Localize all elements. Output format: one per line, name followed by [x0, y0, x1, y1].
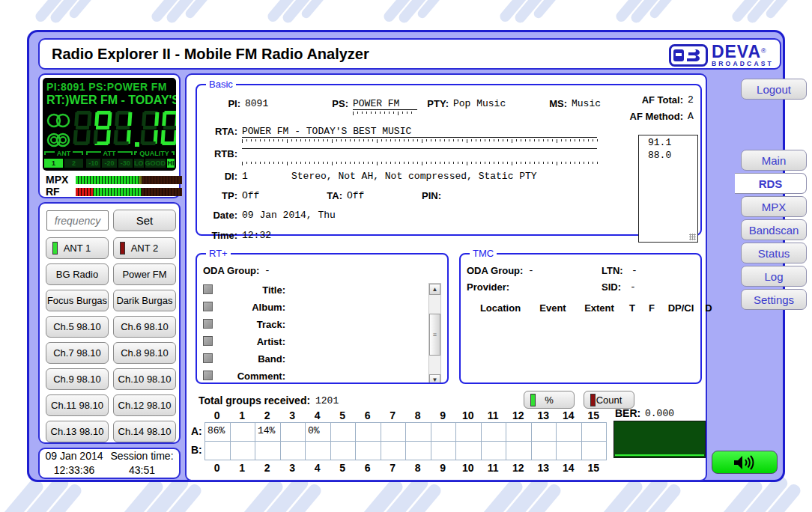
- watermark-logo: [738, 0, 790, 33]
- group-table-cell: [482, 442, 507, 460]
- group-table-cell: [205, 442, 231, 460]
- group-table-cell: [281, 423, 306, 442]
- scroll-up-icon[interactable]: ▲: [429, 284, 440, 295]
- tmc-oda-value: -: [528, 265, 534, 276]
- pi-value: 8091: [245, 98, 268, 109]
- lcd-panel: PI:8091 PS:POWER FM RT:)WER FM - TODAY'S…: [38, 73, 181, 198]
- tmc-sid-label: SID:: [602, 281, 621, 293]
- time-label: Time:: [200, 230, 237, 241]
- di-label: DI:: [203, 171, 237, 182]
- scroll-down-icon[interactable]: ▼: [429, 374, 440, 384]
- group-table-cell: [281, 442, 306, 460]
- group-table-cell: [406, 423, 431, 442]
- resize-grip-icon[interactable]: [689, 234, 696, 240]
- tab-rds[interactable]: RDS: [735, 173, 807, 194]
- deva-broadcast-logo: DEVA® BROADCAST: [669, 43, 774, 67]
- tmc-table-header: LocationEventExtentTFDP/CID: [471, 302, 717, 314]
- logout-button[interactable]: Logout: [741, 79, 807, 100]
- preset-button[interactable]: Ch.9 98.10: [46, 368, 109, 390]
- tmc-ltn-value: -: [631, 265, 637, 276]
- preset-button[interactable]: Darik Burgas: [113, 290, 176, 311]
- mpx-meter-dark-segment: [142, 176, 182, 184]
- tab-settings[interactable]: Settings: [741, 289, 807, 310]
- count-toggle-button[interactable]: Count: [584, 391, 634, 409]
- ant-cell: 2: [64, 159, 83, 168]
- tab-bandscan[interactable]: Bandscan: [741, 219, 807, 240]
- row-a-label: A:: [191, 425, 202, 437]
- rtb-label: RTB:: [203, 148, 237, 159]
- scrollbar-thumb[interactable]: ≡: [429, 314, 440, 356]
- basic-fieldset: Basic PI: 8091 PS: POWER FM PTY: Pop Mus…: [196, 79, 702, 236]
- watermark-logo: [157, 0, 210, 33]
- tab-log[interactable]: Log: [741, 266, 807, 287]
- tmc-column-header: D: [700, 302, 717, 314]
- count-led-icon: [590, 394, 596, 406]
- total-groups-value: 1201: [315, 395, 339, 406]
- quality-cell: GOOD: [145, 159, 166, 168]
- preset-button[interactable]: Ch.12 98.10: [113, 394, 176, 416]
- audio-mute-button[interactable]: [712, 451, 778, 474]
- session-time-readout: Session time:43:51: [111, 449, 174, 478]
- af-entry[interactable]: 88.0: [639, 148, 697, 161]
- tmc-oda-label: ODA Group:: [467, 265, 523, 276]
- percent-toggle-button[interactable]: %: [524, 391, 575, 409]
- speaker-icon: [730, 454, 759, 472]
- preset-button[interactable]: Focus Burgas: [46, 290, 109, 311]
- ber-label: BER:: [615, 407, 640, 419]
- rtplus-field-label: Artist:: [219, 336, 285, 347]
- tab-status[interactable]: Status: [741, 243, 807, 263]
- seven-segment-digit: [140, 111, 159, 145]
- preset-button[interactable]: Ch.8 98.10: [113, 342, 176, 364]
- pty-label: PTY:: [419, 98, 449, 109]
- session-status-bar: 09 Jan 201412:33:36 Session time:43:51: [38, 448, 181, 479]
- af-list[interactable]: 91.188.0: [638, 135, 698, 243]
- watermark-logo: [622, 0, 674, 33]
- att-indicator-group: ATT-10-20-30: [86, 150, 133, 168]
- rtplus-field-label: Title:: [219, 284, 285, 296]
- preset-button[interactable]: Ch.6 98.10: [113, 316, 176, 338]
- ps-value: POWER FM: [353, 98, 417, 110]
- set-button[interactable]: Set: [113, 210, 176, 231]
- preset-button[interactable]: Ch.5 98.10: [46, 316, 109, 338]
- group-table-cell: [431, 423, 457, 442]
- preset-button[interactable]: Ch.14 98.10: [113, 421, 176, 442]
- tab-main[interactable]: Main: [741, 150, 807, 171]
- tmc-column-header: DP/CI: [661, 302, 700, 314]
- ant-2-button[interactable]: ANT 2: [113, 237, 176, 259]
- tmc-sid-value: -: [630, 281, 636, 293]
- preset-button[interactable]: Ch.7 98.10: [46, 342, 109, 364]
- watermark-logo: [273, 0, 326, 33]
- deva-db-logo-icon: [669, 44, 708, 67]
- att-cell: -30: [118, 159, 133, 168]
- preset-button[interactable]: BG Radio: [46, 263, 109, 285]
- rds-content-panel: Basic PI: 8091 PS: POWER FM PTY: Pop Mus…: [185, 73, 707, 481]
- preset-button[interactable]: Ch.13 98.10: [46, 421, 109, 442]
- att-cell: -20: [102, 159, 116, 168]
- group-table-cell: [381, 442, 407, 460]
- rf-meter-row: RF: [46, 186, 182, 198]
- group-table-cell: 0%: [306, 423, 331, 442]
- page: Radio Explorer II - Mobile FM Radio Anal…: [0, 0, 812, 512]
- rtplus-flag-icon: [203, 353, 213, 363]
- preset-button[interactable]: Ch.11 98.10: [46, 394, 109, 416]
- group-table-cell: [431, 442, 457, 460]
- watermark-logo: [390, 0, 442, 33]
- app-shell: Radio Explorer II - Mobile FM Radio Anal…: [27, 30, 785, 482]
- ant-1-button[interactable]: ANT 1: [46, 237, 109, 259]
- group-table-cell: [406, 442, 431, 460]
- ps-label: PS:: [323, 98, 348, 109]
- rtplus-scrollbar[interactable]: ▲ ≡ ▼: [428, 283, 441, 384]
- preset-button[interactable]: Ch.10 98.10: [113, 368, 176, 390]
- preset-button[interactable]: Power FM: [113, 263, 176, 285]
- frequency-input[interactable]: [46, 210, 109, 231]
- rtb-ruler: [242, 162, 602, 165]
- tab-mpx[interactable]: MPX: [741, 196, 807, 217]
- ant-1-led-icon: [52, 242, 58, 255]
- rtplus-flag-icon: [203, 336, 213, 346]
- rtplus-flag-icon: [203, 319, 213, 329]
- group-table-cell: [532, 442, 557, 460]
- pin-label: PIN:: [422, 190, 441, 201]
- af-entry[interactable]: 91.1: [639, 135, 697, 148]
- tmc-column-header: Location: [471, 302, 530, 314]
- rtplus-field-label: Comment:: [219, 371, 285, 382]
